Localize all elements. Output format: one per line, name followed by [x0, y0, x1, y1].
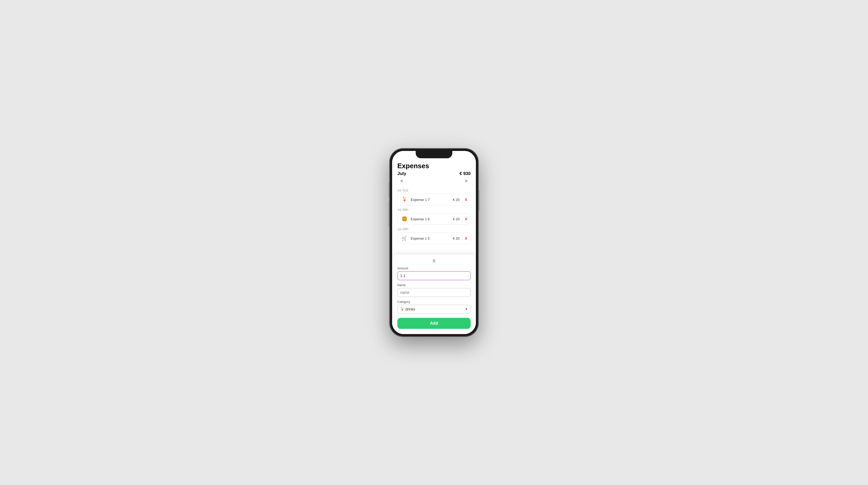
category-select[interactable]: drinks food shopping transport other [397, 305, 471, 314]
expense-name: Expense 1 6 [411, 217, 450, 221]
prev-month-button[interactable]: < [398, 177, 405, 185]
screen-content: Expenses July € 930 < > Jul 31st🍹Expense… [392, 151, 476, 334]
expense-category-icon: 🛒 [401, 235, 408, 241]
add-expense-button[interactable]: Add [397, 318, 471, 329]
expense-row: 🛒Expense 1 5€ 20X [397, 232, 471, 244]
expense-name: Expense 1 5 [411, 236, 450, 240]
phone-screen: Expenses July € 930 < > Jul 31st🍹Expense… [392, 151, 476, 334]
expense-name: Expense 1 7 [411, 198, 450, 202]
month-row: July € 930 [397, 171, 471, 176]
date-label: Jul 29th [397, 227, 471, 231]
name-input[interactable] [397, 288, 471, 297]
date-section: Jul 31st🍹Expense 1 7€ 20X [397, 189, 471, 205]
expense-row: 🍔Expense 1 6€ 20X [397, 213, 471, 225]
expenses-list: Jul 31st🍹Expense 1 7€ 20XJul 30th🍔Expens… [397, 189, 471, 244]
category-label: Category [397, 300, 471, 304]
date-label: Jul 30th [397, 208, 471, 212]
date-section: Jul 29th🛒Expense 1 5€ 20X [397, 227, 471, 244]
delete-expense-button[interactable]: X [465, 197, 467, 202]
add-expense-modal: X Amount Name Category 🍹 drinks foo [392, 255, 476, 334]
phone-frame: Expenses July € 930 < > Jul 31st🍹Expense… [390, 148, 478, 337]
expense-category-icon: 🍔 [401, 216, 408, 222]
category-form-group: Category 🍹 drinks food shopping transpor… [397, 300, 471, 314]
expense-amount: € 20 [453, 198, 459, 202]
amount-label: Amount [397, 266, 471, 270]
nav-row: < > [397, 177, 471, 185]
expense-row: 🍹Expense 1 7€ 20X [397, 194, 471, 205]
expense-amount: € 20 [453, 236, 459, 240]
next-month-button[interactable]: > [463, 177, 470, 185]
category-select-wrapper: 🍹 drinks food shopping transport other ▼ [397, 305, 471, 314]
date-section: Jul 30th🍔Expense 1 6€ 20X [397, 208, 471, 225]
name-label: Name [397, 283, 471, 287]
page-title: Expenses [397, 162, 471, 170]
expense-amount: € 20 [453, 217, 459, 221]
notch [416, 151, 452, 158]
delete-expense-button[interactable]: X [465, 236, 467, 240]
month-label: July [397, 171, 406, 176]
total-amount: € 930 [459, 171, 471, 176]
modal-close-button[interactable]: X [397, 259, 471, 263]
amount-input[interactable] [397, 271, 471, 280]
name-form-group: Name [397, 283, 471, 297]
expense-category-icon: 🍹 [401, 197, 408, 202]
amount-form-group: Amount [397, 266, 471, 280]
date-label: Jul 31st [397, 189, 471, 192]
delete-expense-button[interactable]: X [465, 217, 467, 221]
